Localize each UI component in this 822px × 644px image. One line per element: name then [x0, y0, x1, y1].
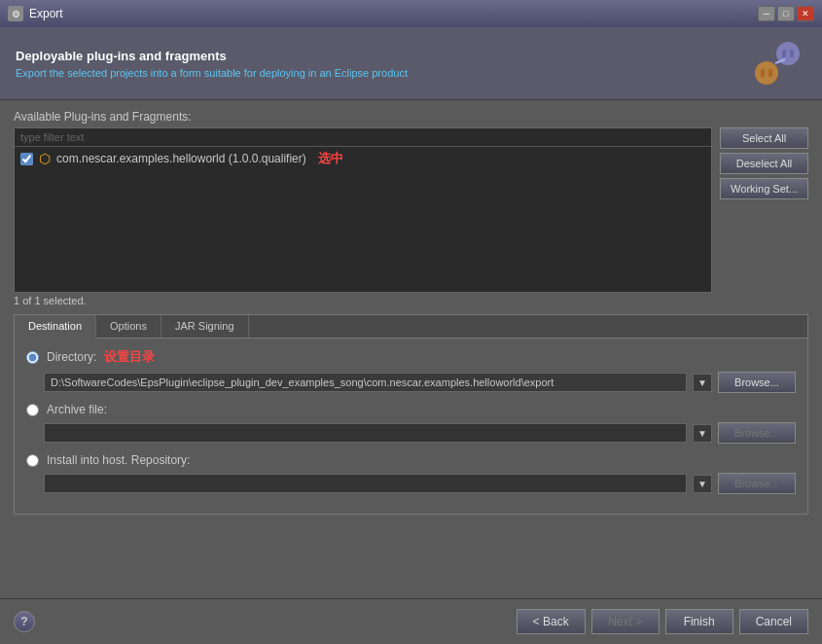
- close-button[interactable]: ✕: [797, 6, 814, 21]
- archive-label: Archive file:: [47, 403, 107, 416]
- dialog-icon: ⚙: [8, 6, 23, 21]
- install-label: Install into host. Repository:: [47, 453, 190, 467]
- tab-jar-signing[interactable]: JAR Signing: [161, 315, 249, 338]
- section-label: Available Plug-ins and Fragments:: [14, 110, 808, 124]
- header-title: Deployable plug-ins and fragments: [16, 49, 748, 63]
- install-dropdown-button[interactable]: ▼: [693, 475, 712, 493]
- header-icon-area: [748, 39, 806, 88]
- tabs-header: Destination Options JAR Signing: [15, 315, 807, 339]
- install-input-row: ▼ Browse...: [44, 473, 796, 494]
- deselect-all-button[interactable]: Deselect All: [720, 153, 808, 174]
- help-button[interactable]: ?: [14, 611, 35, 632]
- archive-path-input[interactable]: [44, 423, 687, 443]
- browse-archive-button[interactable]: Browse...: [718, 422, 796, 444]
- install-path-input[interactable]: [44, 474, 687, 493]
- install-option-row: Install into host. Repository:: [26, 453, 796, 467]
- maximize-button[interactable]: □: [777, 6, 795, 21]
- archive-input-row: ▼ Browse...: [44, 422, 796, 444]
- title-text: Export: [29, 7, 63, 20]
- install-radio[interactable]: [26, 454, 39, 467]
- plugin-list: ⬡ com.nescar.examples.helloworld (1.0.0.…: [14, 127, 712, 293]
- directory-radio[interactable]: [26, 351, 39, 364]
- svg-rect-2: [790, 50, 794, 57]
- svg-rect-5: [768, 69, 772, 77]
- content-area: Available Plug-ins and Fragments: ⬡ com.…: [0, 100, 822, 598]
- select-all-button[interactable]: Select All: [720, 127, 808, 149]
- finish-button[interactable]: Finish: [665, 609, 733, 634]
- tab-options[interactable]: Options: [96, 315, 161, 338]
- list-buttons: Select All Deselect All Working Set...: [720, 127, 808, 293]
- browse-directory-button[interactable]: Browse...: [718, 372, 796, 393]
- plugin-icon: ⬡: [39, 151, 51, 166]
- working-set-button[interactable]: Working Set...: [720, 178, 808, 199]
- next-button[interactable]: Next >: [591, 609, 660, 634]
- minimize-button[interactable]: ─: [758, 6, 775, 21]
- header-text: Deployable plug-ins and fragments Export…: [16, 49, 748, 79]
- title-bar: ⚙ Export ─ □ ✕: [0, 0, 822, 27]
- header-subtitle: Export the selected projects into a form…: [16, 67, 748, 79]
- browse-install-button[interactable]: Browse...: [718, 473, 796, 494]
- cancel-button[interactable]: Cancel: [739, 609, 808, 634]
- export-icon: [751, 42, 804, 86]
- plugin-name: com.nescar.examples.helloworld (1.0.0.qu…: [56, 152, 306, 165]
- filter-input[interactable]: [15, 128, 711, 147]
- footer-left: ?: [14, 611, 35, 632]
- footer: ? < Back Next > Finish Cancel: [0, 598, 822, 644]
- directory-label: Directory:: [47, 350, 96, 364]
- plugin-selected-tag: 选中: [318, 150, 343, 167]
- archive-dropdown-button[interactable]: ▼: [693, 424, 712, 443]
- directory-input-row: ▼ Browse...: [44, 372, 796, 393]
- selected-count: 1 of 1 selected.: [14, 295, 808, 306]
- plugin-list-container: ⬡ com.nescar.examples.helloworld (1.0.0.…: [14, 127, 808, 293]
- directory-path-input[interactable]: [44, 373, 687, 392]
- header-section: Deployable plug-ins and fragments Export…: [0, 27, 822, 100]
- footer-buttons: < Back Next > Finish Cancel: [517, 609, 808, 634]
- tab-destination[interactable]: Destination: [15, 315, 96, 339]
- dialog-body: Deployable plug-ins and fragments Export…: [0, 27, 822, 644]
- window-controls: ─ □ ✕: [758, 6, 814, 21]
- svg-rect-1: [782, 50, 786, 57]
- list-item: ⬡ com.nescar.examples.helloworld (1.0.0.…: [15, 147, 711, 170]
- tab-destination-content: Directory: 设置目录 ▼ Browse... Archive file…: [15, 339, 807, 514]
- svg-point-3: [755, 61, 778, 85]
- directory-option-row: Directory: 设置目录: [26, 348, 796, 366]
- archive-option-row: Archive file:: [26, 403, 796, 416]
- directory-selected-annotation: 设置目录: [104, 348, 155, 366]
- archive-radio[interactable]: [26, 404, 39, 416]
- plugin-checkbox[interactable]: [20, 153, 33, 165]
- svg-rect-4: [761, 69, 765, 77]
- tabs-container: Destination Options JAR Signing Director…: [14, 314, 808, 515]
- directory-dropdown-button[interactable]: ▼: [693, 374, 712, 392]
- plugin-list-section: Available Plug-ins and Fragments: ⬡ com.…: [14, 110, 808, 306]
- back-button[interactable]: < Back: [517, 609, 586, 634]
